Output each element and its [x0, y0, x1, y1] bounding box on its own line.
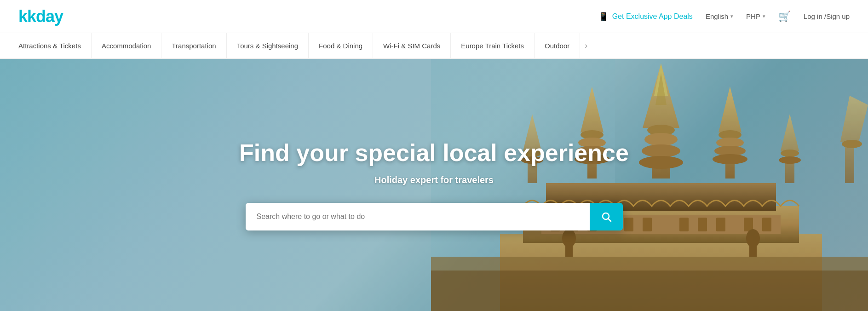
hero-section: Find your special local experience Holid… — [0, 59, 868, 311]
nav-item-accommodation[interactable]: Accommodation — [92, 33, 162, 59]
main-nav: Attractions & Tickets Accommodation Tran… — [0, 33, 868, 59]
hero-subtitle: Holiday expert for travelers — [239, 175, 629, 185]
header: kkday 📱 Get Exclusive App Deals English … — [0, 0, 868, 33]
header-right: 📱 Get Exclusive App Deals English ▾ PHP … — [598, 11, 850, 23]
nav-more-button[interactable]: › — [580, 33, 592, 59]
search-icon — [601, 211, 612, 222]
cart-icon[interactable]: 🛒 — [778, 11, 791, 23]
currency-selector[interactable]: PHP ▾ — [746, 12, 765, 20]
logo[interactable]: kkday — [18, 7, 63, 26]
search-button[interactable] — [590, 203, 623, 230]
nav-item-europe-train[interactable]: Europe Train Tickets — [451, 33, 535, 59]
search-bar — [246, 203, 623, 230]
hero-content: Find your special local experience Holid… — [239, 139, 629, 231]
nav-item-transportation[interactable]: Transportation — [161, 33, 226, 59]
phone-icon: 📱 — [598, 12, 609, 22]
language-selector[interactable]: English ▾ — [706, 12, 733, 20]
nav-item-food[interactable]: Food & Dining — [309, 33, 373, 59]
nav-item-wifi[interactable]: Wi-Fi & SIM Cards — [373, 33, 451, 59]
chevron-down-icon: ▾ — [730, 13, 733, 19]
search-input[interactable] — [246, 203, 590, 230]
language-label: English — [706, 12, 728, 20]
nav-item-attractions[interactable]: Attractions & Tickets — [18, 33, 92, 59]
currency-label: PHP — [746, 12, 760, 20]
hero-title: Find your special local experience — [239, 139, 629, 167]
app-deals-label: Get Exclusive App Deals — [612, 12, 693, 21]
chevron-down-icon-2: ▾ — [763, 13, 765, 19]
app-deals-link[interactable]: 📱 Get Exclusive App Deals — [598, 12, 693, 22]
nav-item-outdoor[interactable]: Outdoor — [535, 33, 580, 59]
nav-item-tours[interactable]: Tours & Sightseeing — [227, 33, 309, 59]
auth-links[interactable]: Log in /Sign up — [804, 12, 850, 20]
svg-line-47 — [608, 219, 611, 222]
